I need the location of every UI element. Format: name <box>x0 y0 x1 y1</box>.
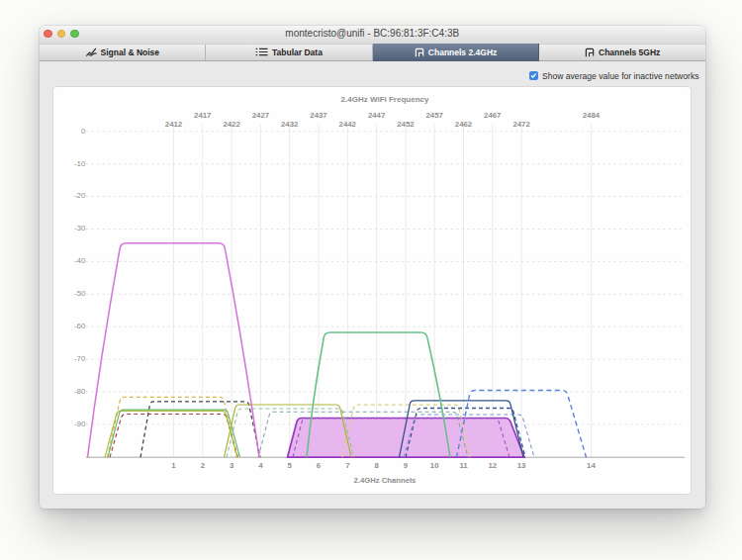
svg-text:2427: 2427 <box>252 110 269 119</box>
svg-text:-30: -30 <box>74 224 86 233</box>
svg-text:4: 4 <box>258 460 263 469</box>
svg-text:13: 13 <box>517 460 526 469</box>
svg-text:8: 8 <box>374 460 379 469</box>
svg-text:-60: -60 <box>74 322 86 330</box>
svg-text:2467: 2467 <box>484 110 501 119</box>
svg-text:2447: 2447 <box>368 110 385 119</box>
svg-text:2457: 2457 <box>426 110 443 119</box>
svg-text:-50: -50 <box>74 289 86 298</box>
svg-text:-70: -70 <box>74 353 86 362</box>
svg-text:2432: 2432 <box>281 120 299 129</box>
svg-text:11: 11 <box>459 460 468 469</box>
svg-text:-20: -20 <box>74 191 86 200</box>
svg-text:9: 9 <box>404 460 409 469</box>
svg-text:6: 6 <box>317 460 322 469</box>
svg-text:2.4GHz WiFi Frequency: 2.4GHz WiFi Frequency <box>341 95 429 104</box>
svg-text:10: 10 <box>430 460 439 469</box>
svg-text:7: 7 <box>345 460 349 469</box>
svg-text:2437: 2437 <box>310 110 326 119</box>
svg-text:1: 1 <box>171 460 176 469</box>
svg-text:12: 12 <box>488 460 497 469</box>
svg-text:3: 3 <box>230 460 234 469</box>
svg-text:14: 14 <box>587 460 596 469</box>
svg-text:2452: 2452 <box>397 120 415 129</box>
svg-text:2417: 2417 <box>194 110 211 119</box>
svg-text:2.4GHz Channels: 2.4GHz Channels <box>354 476 417 485</box>
svg-text:2472: 2472 <box>512 120 530 129</box>
svg-text:2484: 2484 <box>583 110 601 119</box>
svg-text:2462: 2462 <box>455 120 473 129</box>
svg-text:2422: 2422 <box>223 120 240 129</box>
svg-text:-40: -40 <box>74 256 86 265</box>
svg-text:2442: 2442 <box>339 120 357 129</box>
svg-text:-10: -10 <box>74 158 86 167</box>
svg-text:-90: -90 <box>74 419 86 427</box>
svg-text:0: 0 <box>81 126 86 135</box>
svg-text:-80: -80 <box>74 386 86 395</box>
svg-text:2412: 2412 <box>165 120 183 129</box>
svg-text:2: 2 <box>201 460 206 469</box>
svg-text:5: 5 <box>288 460 293 469</box>
